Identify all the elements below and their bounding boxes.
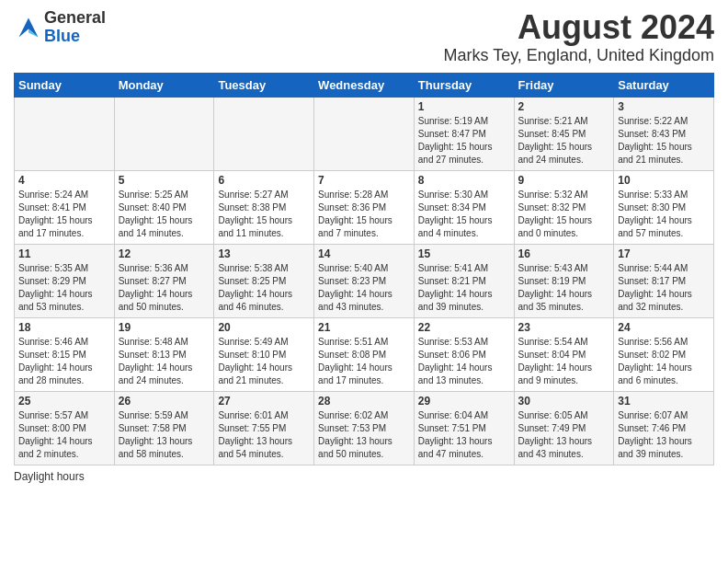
day-info: Sunrise: 5:44 AM Sunset: 8:17 PM Dayligh… bbox=[618, 262, 710, 314]
logo-general: General bbox=[44, 9, 106, 28]
day-info: Sunrise: 5:38 AM Sunset: 8:25 PM Dayligh… bbox=[218, 262, 310, 314]
day-info: Sunrise: 5:40 AM Sunset: 8:23 PM Dayligh… bbox=[318, 262, 410, 314]
day-info: Sunrise: 5:56 AM Sunset: 8:02 PM Dayligh… bbox=[618, 336, 710, 387]
calendar-cell: 9Sunrise: 5:32 AM Sunset: 8:32 PM Daylig… bbox=[514, 170, 614, 244]
day-number: 9 bbox=[518, 174, 610, 187]
day-info: Sunrise: 6:07 AM Sunset: 7:46 PM Dayligh… bbox=[618, 409, 710, 461]
header: General Blue August 2024 Marks Tey, Engl… bbox=[14, 9, 714, 65]
calendar-cell bbox=[114, 97, 214, 170]
calendar-header: SundayMondayTuesdayWednesdayThursdayFrid… bbox=[15, 73, 714, 97]
calendar-cell: 28Sunrise: 6:02 AM Sunset: 7:53 PM Dayli… bbox=[314, 391, 415, 465]
day-number: 3 bbox=[618, 100, 710, 113]
calendar-cell: 29Sunrise: 6:04 AM Sunset: 7:51 PM Dayli… bbox=[414, 391, 514, 465]
calendar-cell: 30Sunrise: 6:05 AM Sunset: 7:49 PM Dayli… bbox=[514, 391, 614, 465]
day-info: Sunrise: 5:30 AM Sunset: 8:34 PM Dayligh… bbox=[418, 189, 510, 240]
day-number: 16 bbox=[518, 247, 610, 260]
main-title: August 2024 bbox=[444, 9, 715, 46]
day-info: Sunrise: 6:02 AM Sunset: 7:53 PM Dayligh… bbox=[318, 409, 410, 461]
calendar-cell: 25Sunrise: 5:57 AM Sunset: 8:00 PM Dayli… bbox=[15, 391, 115, 465]
page: General Blue August 2024 Marks Tey, Engl… bbox=[0, 0, 728, 563]
day-number: 15 bbox=[418, 247, 510, 260]
day-number: 14 bbox=[318, 247, 410, 260]
day-info: Sunrise: 5:57 AM Sunset: 8:00 PM Dayligh… bbox=[18, 409, 110, 461]
calendar-cell: 15Sunrise: 5:41 AM Sunset: 8:21 PM Dayli… bbox=[414, 244, 514, 317]
day-number: 18 bbox=[18, 321, 110, 334]
day-info: Sunrise: 5:59 AM Sunset: 7:58 PM Dayligh… bbox=[119, 409, 210, 461]
calendar-cell: 22Sunrise: 5:53 AM Sunset: 8:06 PM Dayli… bbox=[414, 317, 514, 391]
week-row-1: 1Sunrise: 5:19 AM Sunset: 8:47 PM Daylig… bbox=[15, 97, 714, 170]
day-info: Sunrise: 5:43 AM Sunset: 8:19 PM Dayligh… bbox=[518, 262, 610, 314]
day-number: 29 bbox=[418, 395, 510, 408]
footer: Daylight hours bbox=[14, 470, 714, 483]
day-info: Sunrise: 5:46 AM Sunset: 8:15 PM Dayligh… bbox=[18, 336, 110, 387]
day-info: Sunrise: 5:22 AM Sunset: 8:43 PM Dayligh… bbox=[618, 115, 710, 167]
day-number: 20 bbox=[218, 321, 310, 334]
calendar-cell: 20Sunrise: 5:49 AM Sunset: 8:10 PM Dayli… bbox=[214, 317, 314, 391]
subtitle: Marks Tey, England, United Kingdom bbox=[444, 46, 715, 65]
footer-text: Daylight hours bbox=[14, 470, 85, 483]
day-number: 8 bbox=[418, 174, 510, 187]
header-day-thursday: Thursday bbox=[414, 73, 514, 97]
day-info: Sunrise: 5:36 AM Sunset: 8:27 PM Dayligh… bbox=[119, 262, 210, 314]
header-day-tuesday: Tuesday bbox=[214, 73, 314, 97]
day-number: 17 bbox=[618, 247, 710, 260]
day-number: 1 bbox=[418, 100, 510, 113]
day-info: Sunrise: 5:32 AM Sunset: 8:32 PM Dayligh… bbox=[518, 189, 610, 240]
day-info: Sunrise: 5:21 AM Sunset: 8:45 PM Dayligh… bbox=[518, 115, 610, 167]
header-day-friday: Friday bbox=[514, 73, 614, 97]
day-number: 23 bbox=[518, 321, 610, 334]
day-info: Sunrise: 5:48 AM Sunset: 8:13 PM Dayligh… bbox=[119, 336, 210, 387]
day-number: 19 bbox=[119, 321, 210, 334]
logo-text: General Blue bbox=[44, 9, 106, 46]
day-number: 28 bbox=[318, 395, 410, 408]
calendar-cell: 18Sunrise: 5:46 AM Sunset: 8:15 PM Dayli… bbox=[15, 317, 115, 391]
calendar-cell: 19Sunrise: 5:48 AM Sunset: 8:13 PM Dayli… bbox=[114, 317, 214, 391]
logo: General Blue bbox=[14, 9, 106, 46]
calendar-cell: 12Sunrise: 5:36 AM Sunset: 8:27 PM Dayli… bbox=[114, 244, 214, 317]
header-row: SundayMondayTuesdayWednesdayThursdayFrid… bbox=[15, 73, 714, 97]
day-number: 25 bbox=[18, 395, 110, 408]
calendar-cell: 17Sunrise: 5:44 AM Sunset: 8:17 PM Dayli… bbox=[614, 244, 714, 317]
day-info: Sunrise: 6:01 AM Sunset: 7:55 PM Dayligh… bbox=[218, 409, 310, 461]
day-number: 21 bbox=[318, 321, 410, 334]
calendar-body: 1Sunrise: 5:19 AM Sunset: 8:47 PM Daylig… bbox=[15, 97, 714, 465]
week-row-2: 4Sunrise: 5:24 AM Sunset: 8:41 PM Daylig… bbox=[15, 170, 714, 244]
day-info: Sunrise: 5:41 AM Sunset: 8:21 PM Dayligh… bbox=[418, 262, 510, 314]
week-row-3: 11Sunrise: 5:35 AM Sunset: 8:29 PM Dayli… bbox=[15, 244, 714, 317]
calendar-cell: 6Sunrise: 5:27 AM Sunset: 8:38 PM Daylig… bbox=[214, 170, 314, 244]
calendar-cell: 11Sunrise: 5:35 AM Sunset: 8:29 PM Dayli… bbox=[15, 244, 115, 317]
calendar-cell: 26Sunrise: 5:59 AM Sunset: 7:58 PM Dayli… bbox=[114, 391, 214, 465]
day-info: Sunrise: 6:05 AM Sunset: 7:49 PM Dayligh… bbox=[518, 409, 610, 461]
day-number: 2 bbox=[518, 100, 610, 113]
week-row-4: 18Sunrise: 5:46 AM Sunset: 8:15 PM Dayli… bbox=[15, 317, 714, 391]
day-number: 31 bbox=[618, 395, 710, 408]
logo-icon bbox=[16, 15, 41, 40]
day-number: 7 bbox=[318, 174, 410, 187]
day-info: Sunrise: 5:25 AM Sunset: 8:40 PM Dayligh… bbox=[119, 189, 210, 240]
day-number: 11 bbox=[18, 247, 110, 260]
calendar-cell bbox=[15, 97, 115, 170]
title-block: August 2024 Marks Tey, England, United K… bbox=[444, 9, 715, 65]
week-row-5: 25Sunrise: 5:57 AM Sunset: 8:00 PM Dayli… bbox=[15, 391, 714, 465]
calendar-cell: 7Sunrise: 5:28 AM Sunset: 8:36 PM Daylig… bbox=[314, 170, 415, 244]
calendar-cell bbox=[314, 97, 415, 170]
day-info: Sunrise: 5:24 AM Sunset: 8:41 PM Dayligh… bbox=[18, 189, 110, 240]
calendar-cell: 2Sunrise: 5:21 AM Sunset: 8:45 PM Daylig… bbox=[514, 97, 614, 170]
calendar-cell: 4Sunrise: 5:24 AM Sunset: 8:41 PM Daylig… bbox=[15, 170, 115, 244]
calendar-table: SundayMondayTuesdayWednesdayThursdayFrid… bbox=[14, 73, 714, 465]
header-day-monday: Monday bbox=[114, 73, 214, 97]
day-info: Sunrise: 6:04 AM Sunset: 7:51 PM Dayligh… bbox=[418, 409, 510, 461]
calendar-cell bbox=[214, 97, 314, 170]
day-number: 4 bbox=[18, 174, 110, 187]
calendar-cell: 8Sunrise: 5:30 AM Sunset: 8:34 PM Daylig… bbox=[414, 170, 514, 244]
calendar-cell: 14Sunrise: 5:40 AM Sunset: 8:23 PM Dayli… bbox=[314, 244, 415, 317]
logo-blue: Blue bbox=[44, 28, 106, 46]
calendar-cell: 13Sunrise: 5:38 AM Sunset: 8:25 PM Dayli… bbox=[214, 244, 314, 317]
day-number: 22 bbox=[418, 321, 510, 334]
day-number: 24 bbox=[618, 321, 710, 334]
day-info: Sunrise: 5:51 AM Sunset: 8:08 PM Dayligh… bbox=[318, 336, 410, 387]
header-day-saturday: Saturday bbox=[614, 73, 714, 97]
calendar-cell: 21Sunrise: 5:51 AM Sunset: 8:08 PM Dayli… bbox=[314, 317, 415, 391]
day-number: 13 bbox=[218, 247, 310, 260]
day-info: Sunrise: 5:53 AM Sunset: 8:06 PM Dayligh… bbox=[418, 336, 510, 387]
